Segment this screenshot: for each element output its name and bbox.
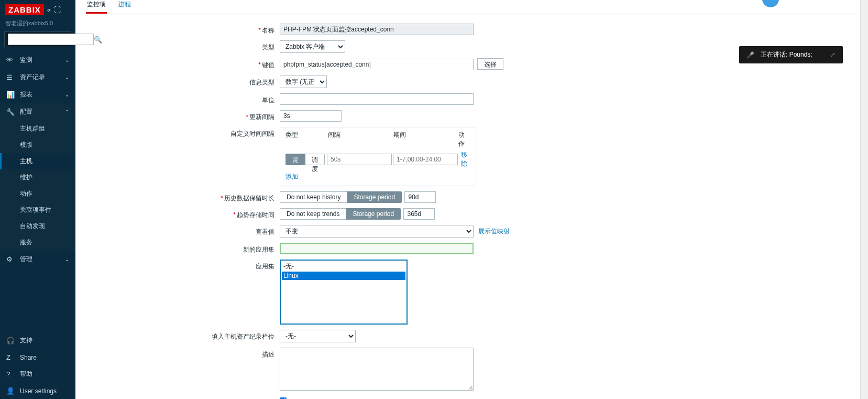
nav-label: 报表 bbox=[20, 90, 65, 99]
sidebar-header: ZABBIX « ⛶ bbox=[0, 0, 75, 19]
chevron-down-icon: ⌄ bbox=[65, 74, 69, 80]
tab-item[interactable]: 监控项 bbox=[86, 0, 107, 14]
interval-input[interactable] bbox=[280, 110, 342, 122]
fullscreen-icon[interactable]: ⛶ bbox=[54, 6, 61, 14]
chart-icon: 📊 bbox=[6, 91, 16, 99]
newapp-input[interactable] bbox=[280, 243, 474, 254]
nav-monitoring[interactable]: 👁 监测 ⌄ bbox=[0, 51, 75, 69]
nav-admin[interactable]: ⚙ 管理 ⌄ bbox=[0, 251, 75, 268]
valuemap-select[interactable]: 不变 bbox=[280, 225, 474, 238]
app-option-none[interactable]: -无- bbox=[282, 262, 405, 272]
nav: 👁 监测 ⌄ ☰ 资产记录 ⌄ 📊 报表 ⌄ 🔧 配置 ⌃ 主机群组 模版 主机… bbox=[0, 51, 75, 332]
key-input[interactable] bbox=[280, 59, 474, 70]
sub-hosts[interactable]: 主机 bbox=[0, 153, 75, 169]
label-valuemap: 查看值 bbox=[86, 225, 280, 236]
search-box[interactable]: 🔍 bbox=[4, 31, 71, 47]
label-history: *历史数据保留时长 bbox=[86, 191, 280, 203]
nav-config[interactable]: 🔧 配置 ⌃ bbox=[0, 103, 75, 121]
list-icon: ☰ bbox=[6, 73, 16, 81]
collapse-icon[interactable]: « bbox=[47, 6, 51, 14]
nav-reports[interactable]: 📊 报表 ⌄ bbox=[0, 86, 75, 103]
interval-scheduling-button[interactable]: 调度 bbox=[305, 154, 325, 165]
interval-delay-input[interactable] bbox=[327, 154, 392, 165]
footer-share[interactable]: Z Share bbox=[0, 349, 75, 365]
nav-label: 管理 bbox=[20, 255, 65, 264]
label-inventory: 填入主机资产纪录栏位 bbox=[86, 330, 280, 341]
description-textarea[interactable] bbox=[280, 348, 474, 391]
brand-logo[interactable]: ZABBIX bbox=[5, 4, 44, 15]
label-trends: *趋势存储时间 bbox=[86, 208, 280, 220]
name-input[interactable] bbox=[280, 24, 474, 35]
footer-user[interactable]: 👤 User settings bbox=[0, 383, 75, 399]
show-valuemaps-link[interactable]: 展示值映射 bbox=[478, 228, 510, 235]
sub-nav-config: 主机群组 模版 主机 维护 动作 关联项事件 自动发现 服务 bbox=[0, 121, 75, 251]
tab-process[interactable]: 进程 bbox=[117, 0, 132, 14]
type-select[interactable]: Zabbix 客户端 bbox=[280, 40, 345, 53]
interval-header-action: 动作 bbox=[458, 131, 470, 148]
server-name: 智老湿的zabbix5.0 bbox=[0, 19, 75, 31]
headset-icon: 🎧 bbox=[6, 337, 16, 344]
nav-label: User settings bbox=[20, 387, 69, 395]
label-apps: 应用集 bbox=[86, 260, 280, 271]
nav-label: 资产记录 bbox=[20, 73, 65, 82]
interval-header-period: 期间 bbox=[393, 131, 458, 148]
help-icon: ? bbox=[6, 370, 16, 378]
interval-period-input[interactable] bbox=[393, 154, 458, 165]
history-nokeep-button[interactable]: Do not keep history bbox=[280, 191, 347, 203]
inventory-select[interactable]: -无- bbox=[280, 330, 356, 342]
sub-actions[interactable]: 动作 bbox=[0, 186, 75, 202]
trends-period-input[interactable] bbox=[403, 208, 435, 220]
user-icon: 👤 bbox=[6, 387, 16, 395]
nav-label: 帮助 bbox=[20, 370, 69, 379]
sub-hostgroups[interactable]: 主机群组 bbox=[0, 121, 75, 137]
interval-add-link[interactable]: 添加 bbox=[285, 173, 298, 180]
nav-label: Share bbox=[20, 354, 69, 361]
caption-text: 正在讲话: Pounds; bbox=[761, 50, 812, 59]
chevron-down-icon: ⌄ bbox=[65, 256, 69, 262]
sub-correlation[interactable]: 关联项事件 bbox=[0, 202, 75, 218]
history-period-input[interactable] bbox=[404, 191, 436, 203]
trends-nokeep-button[interactable]: Do not keep trends bbox=[280, 208, 346, 220]
search-input[interactable] bbox=[8, 34, 94, 45]
footer-support[interactable]: 🎧 支持 bbox=[0, 332, 75, 349]
sub-templates[interactable]: 模版 bbox=[0, 137, 75, 153]
sub-discovery[interactable]: 自动发现 bbox=[0, 218, 75, 234]
chevron-down-icon: ⌄ bbox=[65, 57, 69, 63]
sidebar-footer: 🎧 支持 Z Share ? 帮助 👤 User settings bbox=[0, 332, 75, 399]
sub-services[interactable]: 服务 bbox=[0, 234, 75, 251]
trends-storage-button[interactable]: Storage period bbox=[346, 208, 401, 220]
caption-overlay: 🎤 正在讲话: Pounds; ⤢ bbox=[739, 46, 843, 63]
scrollbar[interactable] bbox=[860, 0, 868, 399]
nav-inventory[interactable]: ☰ 资产记录 ⌄ bbox=[0, 69, 75, 86]
sidebar: ZABBIX « ⛶ 智老湿的zabbix5.0 🔍 👁 监测 ⌄ ☰ 资产记录… bbox=[0, 0, 75, 399]
label-interval: *更新间隔 bbox=[86, 110, 280, 122]
history-storage-button[interactable]: Storage period bbox=[347, 191, 402, 203]
label-custom-interval: 自定义时间间隔 bbox=[86, 127, 280, 138]
interval-header-type: 类型 bbox=[285, 131, 328, 148]
interval-box: 类型 间隔 期间 动作 灵活 调度 移除 添加 bbox=[280, 127, 476, 186]
nav-label: 配置 bbox=[20, 107, 65, 116]
label-units: 单位 bbox=[86, 93, 280, 105]
label-type: 类型 bbox=[86, 40, 280, 52]
app-option-linux[interactable]: Linux bbox=[282, 272, 405, 280]
label-name: *名称 bbox=[86, 24, 280, 35]
label-newapp: 新的应用集 bbox=[86, 243, 280, 254]
label-key: *键值 bbox=[86, 58, 280, 70]
chevron-up-icon: ⌃ bbox=[65, 109, 69, 115]
interval-header-interval: 间隔 bbox=[328, 131, 393, 148]
label-description: 描述 bbox=[86, 348, 280, 359]
infotype-select[interactable]: 数字 (无正负) bbox=[280, 76, 327, 88]
key-select-button[interactable]: 选择 bbox=[477, 58, 503, 70]
search-icon[interactable]: 🔍 bbox=[94, 36, 102, 44]
apps-select[interactable]: -无- Linux bbox=[280, 260, 408, 325]
footer-help[interactable]: ? 帮助 bbox=[0, 365, 75, 383]
label-infotype: 信息类型 bbox=[86, 76, 280, 87]
interval-remove-link[interactable]: 移除 bbox=[461, 150, 470, 168]
mic-icon: 🎤 bbox=[746, 51, 754, 59]
units-input[interactable] bbox=[280, 93, 474, 105]
nav-label: 监测 bbox=[20, 56, 65, 64]
sub-maintenance[interactable]: 维护 bbox=[0, 169, 75, 186]
interval-flexible-button[interactable]: 灵活 bbox=[285, 154, 305, 165]
caption-close-icon[interactable]: ⤢ bbox=[830, 51, 836, 59]
chevron-down-icon: ⌄ bbox=[65, 92, 69, 98]
